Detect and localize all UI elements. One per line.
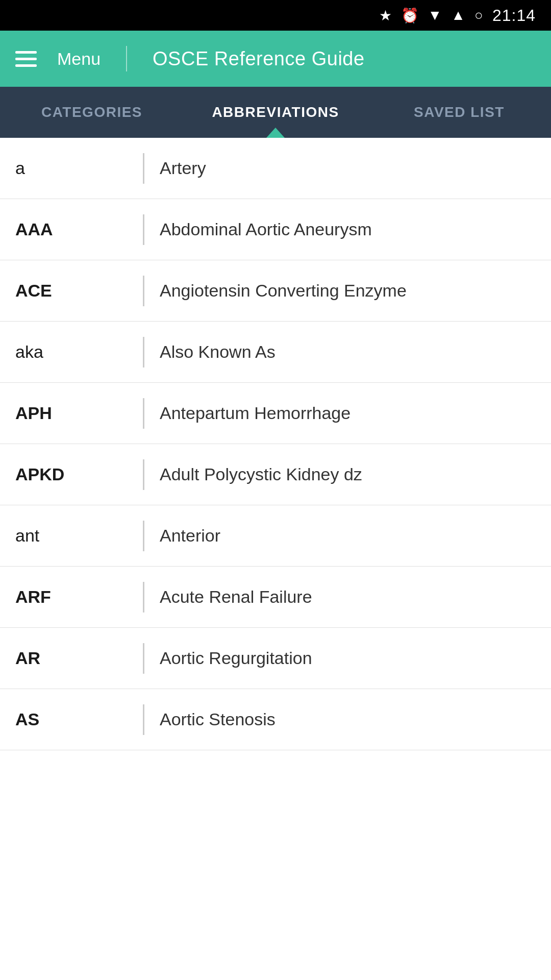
abbr-value: Adult Polycystic Kidney dz [160, 464, 362, 484]
abbr-value: Aortic Regurgitation [160, 648, 312, 668]
abbr-divider [143, 337, 144, 368]
abbr-value: Acute Renal Failure [160, 587, 312, 607]
menu-label[interactable]: Menu [57, 49, 101, 69]
status-bar: ★ ⏰ ▼ ▲ ○ 21:14 [0, 0, 551, 31]
tab-saved-list[interactable]: SAVED LIST [367, 87, 551, 138]
header-divider [126, 46, 127, 71]
abbr-divider [143, 704, 144, 735]
abbr-value: Aortic Stenosis [160, 709, 276, 729]
abbr-row[interactable]: ACEAngiotensin Converting Enzyme [0, 260, 551, 322]
abbr-key: a [15, 158, 128, 178]
abbr-row[interactable]: APHAntepartum Hemorrhage [0, 383, 551, 444]
menu-button[interactable] [15, 51, 37, 67]
abbreviations-list: aArteryAAAAbdominal Aortic AneurysmACEAn… [0, 138, 551, 750]
abbr-divider [143, 214, 144, 245]
status-icons: ★ ⏰ ▼ ▲ ○ 21:14 [379, 6, 536, 25]
tab-abbreviations[interactable]: ABBREVIATIONS [184, 87, 367, 138]
tab-bar: CATEGORIES ABBREVIATIONS SAVED LIST [0, 87, 551, 138]
abbr-key: AS [15, 709, 128, 729]
abbr-value: Abdominal Aortic Aneurysm [160, 219, 372, 239]
abbr-row[interactable]: antAnterior [0, 505, 551, 567]
abbr-row[interactable]: APKDAdult Polycystic Kidney dz [0, 444, 551, 505]
app-title: OSCE Reference Guide [153, 48, 365, 70]
wifi-icon: ▼ [428, 7, 442, 23]
abbr-divider [143, 582, 144, 612]
abbr-key: aka [15, 342, 128, 362]
alarm-icon: ⏰ [401, 7, 419, 24]
abbr-key: ant [15, 526, 128, 546]
abbr-row[interactable]: akaAlso Known As [0, 322, 551, 383]
status-time: 21:14 [492, 6, 536, 25]
abbr-key: ARF [15, 587, 128, 607]
abbr-row[interactable]: AAAAbdominal Aortic Aneurysm [0, 199, 551, 260]
abbr-row[interactable]: ARFAcute Renal Failure [0, 567, 551, 628]
abbr-row[interactable]: ASAortic Stenosis [0, 689, 551, 750]
abbr-divider [143, 276, 144, 306]
abbr-divider [143, 153, 144, 184]
abbr-row[interactable]: aArtery [0, 138, 551, 199]
abbr-value: Also Known As [160, 342, 276, 362]
app-header: Menu OSCE Reference Guide [0, 31, 551, 87]
abbr-value: Antepartum Hemorrhage [160, 403, 350, 423]
abbr-divider [143, 643, 144, 674]
abbr-divider [143, 398, 144, 429]
battery-icon: ○ [474, 7, 483, 23]
abbr-key: APKD [15, 464, 128, 484]
abbr-divider [143, 521, 144, 551]
bluetooth-icon: ★ [379, 7, 392, 24]
abbr-value: Angiotensin Converting Enzyme [160, 281, 407, 301]
abbr-key: APH [15, 403, 128, 423]
abbr-key: AR [15, 648, 128, 668]
abbr-row[interactable]: ARAortic Regurgitation [0, 628, 551, 689]
tab-categories[interactable]: CATEGORIES [0, 87, 184, 138]
abbr-divider [143, 459, 144, 490]
signal-icon: ▲ [451, 7, 465, 23]
abbr-value: Anterior [160, 526, 220, 546]
abbr-key: ACE [15, 281, 128, 301]
abbr-key: AAA [15, 219, 128, 239]
abbr-value: Artery [160, 158, 206, 178]
